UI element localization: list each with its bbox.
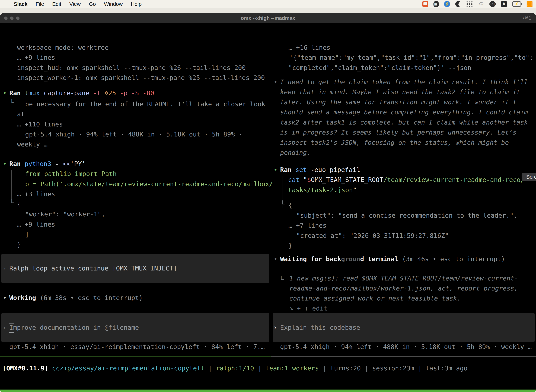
- msg-arrow-icon: ↳: [281, 274, 284, 283]
- menu-bar: Slack File Edit View Go Window Help ⚡ ᦒ …: [0, 0, 536, 8]
- thinking-text: later. Using the same for transition mig…: [280, 98, 517, 107]
- working-bullet-icon: •: [3, 294, 7, 302]
- working-status: Working (6m 38s • esc to interrupt): [9, 294, 143, 302]
- badge-61-icon[interactable]: ..61: [489, 1, 496, 7]
- command-output: weekly …: [17, 140, 48, 149]
- cat-command-wrap: tasks/task-2.json": [288, 186, 357, 194]
- python-code-line: from pathlib import Path: [25, 170, 117, 178]
- python-code-line: p = Path('.omx/state/team/review-current…: [25, 180, 273, 188]
- menu-status-icons: ⚡ ᦒ ..61 A ⚡ 📶: [422, 0, 533, 8]
- left-prompt-input[interactable]: Improve documentation in @filename: [9, 323, 139, 332]
- terminal-content[interactable]: workspace_mode: worktree … +9 lines insp…: [0, 23, 536, 392]
- right-prompt-input[interactable]: Explain this codebase: [280, 323, 360, 332]
- window-title: omx --xhigh --madmax: [0, 13, 536, 23]
- log-line: '{"team_name":"my-team","task_id":"1","f…: [289, 53, 533, 62]
- collapsed-lines: … +7 lines: [288, 221, 326, 230]
- cat-command: cat "$OMX_TEAM_STATE_ROOT/team/review-cu…: [288, 176, 524, 184]
- prompt-arrow-icon: ›: [2, 323, 6, 332]
- json-output: ]: [25, 230, 29, 239]
- waiting-bullet-icon: •: [274, 255, 278, 263]
- tree-corner: └: [281, 200, 285, 209]
- thinking-text: I need to get the claim token from the c…: [280, 78, 528, 86]
- menu-app-slack[interactable]: Slack: [14, 1, 27, 7]
- menu-file[interactable]: File: [36, 1, 44, 7]
- json-output: }: [288, 242, 292, 250]
- command-output: gpt-5.4 xhigh · 94% left · 488K in · 5.1…: [25, 130, 242, 139]
- desktop: { "colors": { "accent_green": "#55b33a",…: [0, 0, 536, 392]
- json-output: {: [288, 201, 292, 210]
- collapsed-lines: … +3 lines: [17, 190, 55, 198]
- mailbox-message: continue assigned work or next feasible …: [289, 294, 461, 303]
- banner-arrow-icon: ›: [2, 264, 6, 273]
- ran-python-command: Ran python3 - <<'PY': [9, 160, 86, 168]
- text-cursor: [9, 323, 14, 333]
- thinking-bullet-icon: •: [274, 78, 278, 86]
- command-output: at: [17, 110, 25, 118]
- json-output: "subject": "send a concise recommendatio…: [296, 211, 517, 220]
- log-line: "completed","claim_token":"claim-token"}…: [288, 64, 471, 72]
- ran-tmux-command: Ran tmux capture-pane -t %25 -p -S -80: [9, 89, 154, 97]
- menu-edit[interactable]: Edit: [52, 1, 61, 7]
- json-output: {: [17, 200, 21, 209]
- right-session-status: gpt-5.4 xhigh · 94% left · 488K in · 5.1…: [280, 343, 531, 351]
- thinking-text: inspect task2's JSON, focusing on the st…: [280, 138, 509, 147]
- waiting-status: Waiting for background terminal (3m 46s …: [280, 255, 505, 263]
- window-titlebar[interactable]: omx --xhigh --madmax ⌥⌘1: [0, 13, 536, 23]
- collapsed-lines: … +9 lines: [17, 220, 55, 229]
- tree-corner: └: [10, 199, 14, 207]
- log-line: inspect_hud: omx sparkshell --tmux-pane …: [17, 64, 246, 72]
- tree-corner: └: [10, 98, 14, 107]
- moon-contrast-icon[interactable]: [455, 1, 461, 7]
- blue-spark-icon[interactable]: ⚡: [444, 1, 450, 7]
- input-source-icon[interactable]: A: [501, 1, 507, 7]
- window-shortcut: ⌥⌘1: [522, 13, 531, 23]
- omx-status-bar: [OMX#0.11.9] cczip/essay/ai-reimplementa…: [2, 364, 467, 373]
- log-line: workspace_mode: worktree: [17, 43, 109, 52]
- command-output: … +110 lines: [17, 120, 63, 129]
- mailbox-message: readme-and-reco/mailbox/worker-1.json, a…: [289, 284, 518, 293]
- menu-help[interactable]: Help: [131, 1, 142, 7]
- left-pane-bottom-border: [0, 356, 271, 357]
- thinking-text: should send a message before completing …: [280, 108, 528, 117]
- tree-guide-line: [11, 170, 12, 203]
- ran-set-command: Ran set -euo pipefail: [280, 166, 360, 174]
- right-pane-bottom-border: [271, 356, 536, 357]
- thinking-text: is in progress? It seems likely but perh…: [280, 128, 517, 137]
- run-bullet-icon: •: [274, 166, 278, 174]
- chat-app-icon[interactable]: [422, 1, 428, 7]
- log-line: inspect_worker-1: omx sparkshell --tmux-…: [17, 74, 265, 82]
- tmux-status-bar: [omx-cczip0:bash* "MacBook-Pro-44.local"…: [0, 390, 536, 392]
- prompt-arrow-icon: ›: [273, 323, 277, 332]
- thinking-text: pending.: [280, 148, 311, 157]
- menu-view[interactable]: View: [69, 1, 81, 7]
- terminal-window: omx --xhigh --madmax ⌥⌘1 workspace_mode:…: [0, 13, 536, 392]
- battery-icon[interactable]: ⚡: [512, 1, 521, 7]
- log-line: … +16 lines: [288, 43, 330, 52]
- menu-window[interactable]: Window: [104, 1, 123, 7]
- dots-grid-icon[interactable]: [467, 1, 473, 7]
- pane-divider[interactable]: [271, 23, 271, 357]
- run-bullet-icon: •: [3, 89, 7, 97]
- mailbox-message: 1 new msg(s): read $OMX_TEAM_STATE_ROOT/…: [289, 274, 518, 283]
- wifi-icon[interactable]: 📶: [526, 1, 533, 7]
- edit-hint: ⌥ + ↑ edit: [289, 304, 327, 313]
- json-output: }: [17, 240, 21, 249]
- shield-keypad-icon[interactable]: [433, 1, 439, 7]
- left-session-status: gpt-5.4 xhigh · essay/ai-reimplementatio…: [9, 343, 265, 351]
- screen-overlay-tooltip: Scre: [522, 173, 536, 181]
- json-output: "created_at": "2026-03-31T11:59:27.816Z": [296, 232, 449, 240]
- menu-go[interactable]: Go: [89, 1, 96, 7]
- hook-icon[interactable]: ᦒ: [478, 0, 484, 8]
- command-output: be necessary for the end of the README. …: [25, 100, 265, 108]
- run-bullet-icon: •: [3, 160, 7, 168]
- json-output: "worker": "worker-1",: [25, 210, 105, 219]
- thinking-text: task2 after task1 is complete, but can I…: [280, 118, 528, 127]
- log-line: … +9 lines: [17, 53, 55, 62]
- thinking-text: keep that in mind. Maybe I also need the…: [280, 88, 520, 96]
- ralph-banner-text: Ralph loop active continue [OMX_TMUX_INJ…: [9, 264, 177, 273]
